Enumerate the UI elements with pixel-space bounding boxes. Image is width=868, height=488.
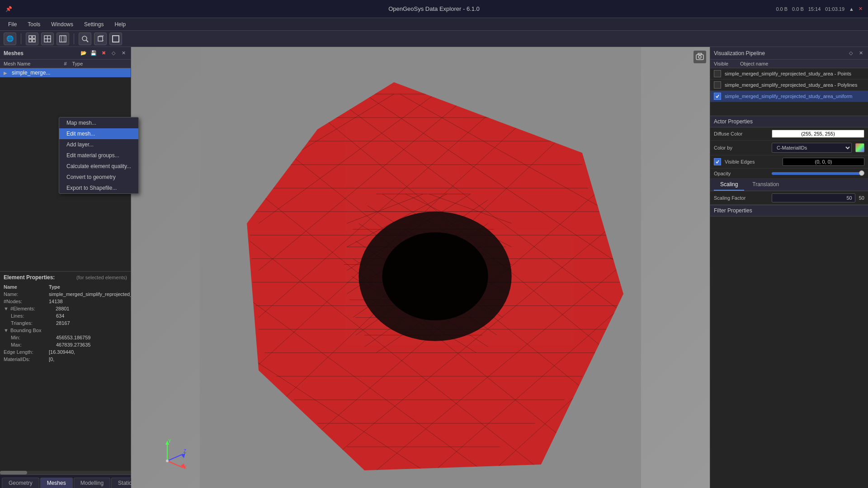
vp-header-icons: ◇ ✕ <box>847 50 864 57</box>
col-hash: # <box>59 61 72 66</box>
vp-row-2: simple_merged_simplify_reprojected_study… <box>710 91 868 102</box>
element-properties-panel: Element Properties: (for selected elemen… <box>0 271 131 471</box>
opacity-label: Opacity <box>714 171 768 176</box>
vp-checkbox-0[interactable] <box>714 70 721 77</box>
ctx-edit-mesh[interactable]: Edit mesh... <box>59 128 138 139</box>
open-icon[interactable]: 📂 <box>80 50 87 57</box>
element-props-subtitle: (for selected elements) <box>76 275 127 280</box>
prop-min: Min: 456553.186759 <box>4 334 127 341</box>
col-type: Type <box>72 61 127 66</box>
vp-row-0: simple_merged_simplify_reprojected_study… <box>710 68 868 80</box>
diffuse-color-row: Diffuse Color (255, 255, 255) <box>710 127 868 141</box>
prop-triangles-value: 28167 <box>56 320 70 326</box>
maximize-icon[interactable]: ▲ <box>849 6 854 12</box>
bottom-tabs: Geometry Meshes Modelling Stations <box>0 474 131 488</box>
menu-file[interactable]: File <box>4 20 21 28</box>
scroll-thumb[interactable] <box>0 471 27 474</box>
frame-btn[interactable] <box>109 33 122 45</box>
prop-material-ids: MaterialIDs: [0, <box>4 356 127 363</box>
box-btn[interactable] <box>94 33 107 45</box>
svg-rect-0 <box>29 36 32 38</box>
svg-point-10 <box>82 36 87 41</box>
props-col-name: Name <box>4 284 49 290</box>
close-panel-icon[interactable]: ✕ <box>120 50 127 57</box>
vis-pipeline-title: Visualization Pipeline <box>714 50 765 56</box>
grid-btn-1[interactable] <box>26 33 38 45</box>
viewport[interactable]: Y X Z <box>131 47 710 488</box>
ctx-map-mesh[interactable]: Map mesh... <box>59 117 138 128</box>
ctx-export-shapefile[interactable]: Export to Shapefile... <box>59 183 138 193</box>
visible-edges-color[interactable]: (0, 0, 0) <box>783 158 864 166</box>
visible-edges-checkbox[interactable] <box>714 158 721 165</box>
prop-elements-group[interactable]: ▼ #Elements: 28801 <box>4 305 127 312</box>
grid-btn-3[interactable] <box>57 33 69 45</box>
close-icon[interactable]: ✕ <box>859 6 863 12</box>
tab-scaling[interactable]: Scaling <box>714 179 744 191</box>
vp-close-icon[interactable]: ✕ <box>857 50 864 57</box>
tab-modelling[interactable]: Modelling <box>74 478 110 488</box>
zoom-btn[interactable] <box>79 33 91 45</box>
tab-meshes[interactable]: Meshes <box>40 478 73 488</box>
save-icon[interactable]: 💾 <box>90 50 97 57</box>
toolbar: 🌐 <box>0 31 868 47</box>
mesh-row[interactable]: ▶ simple_merge... <box>0 68 131 77</box>
vp-float-icon[interactable]: ◇ <box>847 50 854 57</box>
pin-icon[interactable]: 📌 <box>5 6 12 12</box>
menu-help[interactable]: Help <box>110 20 130 28</box>
delete-icon[interactable]: ✖ <box>100 50 107 57</box>
panel-header-icons: 📂 💾 ✖ ◇ ✕ <box>80 50 127 57</box>
prop-edge-label: Edge Length: <box>4 349 49 355</box>
filter-properties-header: Filter Properties <box>710 205 868 216</box>
svg-rect-7 <box>60 36 66 42</box>
tab-geometry[interactable]: Geometry <box>2 478 39 488</box>
meshes-title: Meshes <box>4 50 24 56</box>
prop-edge-length: Edge Length: [16.309440, <box>4 348 127 356</box>
globe-btn[interactable]: 🌐 <box>4 33 16 45</box>
prop-lines-label: Lines: <box>11 313 56 319</box>
elements-arrow: ▼ <box>4 306 9 311</box>
menu-tools[interactable]: Tools <box>23 20 45 28</box>
prop-lines-value: 634 <box>56 313 64 319</box>
mesh-visualization <box>131 47 710 488</box>
left-scrollbar[interactable] <box>0 471 131 474</box>
prop-nodes: #Nodes: 14138 <box>4 298 127 305</box>
clock: 15:14 <box>808 6 821 12</box>
vp-checkbox-2[interactable] <box>714 93 721 100</box>
opacity-thumb[interactable] <box>859 170 864 176</box>
menu-windows[interactable]: Windows <box>47 20 78 28</box>
svg-marker-98 <box>698 53 702 55</box>
vp-checkbox-1[interactable] <box>714 81 721 89</box>
visible-edges-row: Visible Edges (0, 0, 0) <box>710 155 868 169</box>
tab-translation[interactable]: Translation <box>746 179 785 191</box>
viewport-camera-icon[interactable] <box>693 51 706 63</box>
color-picker-btn[interactable] <box>855 143 864 152</box>
color-by-label: Color by <box>714 145 768 150</box>
prop-bbox-label: Bounding Box <box>10 328 56 333</box>
ctx-edit-material-groups[interactable]: Edit material groups... <box>59 150 138 161</box>
ctx-convert-to-geometry[interactable]: Convert to geometry <box>59 172 138 183</box>
vis-pipeline-cols: Visible Object name <box>710 60 868 68</box>
ctx-calculate-element-quality[interactable]: Calculate element quality... <box>59 161 138 172</box>
scaling-factor-input[interactable] <box>772 193 855 202</box>
prop-triangles-label: Triangles: <box>11 320 56 326</box>
ctx-add-layer[interactable]: Add layer... <box>59 139 138 150</box>
opacity-slider[interactable] <box>772 172 864 175</box>
grid-btn-2[interactable] <box>41 33 54 45</box>
prop-bbox-group[interactable]: ▼ Bounding Box <box>4 327 127 334</box>
vis-pipeline-header: Visualization Pipeline ◇ ✕ <box>710 47 868 60</box>
toolbar-sep2 <box>74 33 74 44</box>
prop-triangles: Triangles: 28167 <box>4 319 127 327</box>
diffuse-color-value[interactable]: (255, 255, 255) <box>772 130 864 138</box>
right-panel: Visualization Pipeline ◇ ✕ Visible Objec… <box>710 47 868 488</box>
float-icon[interactable]: ◇ <box>110 50 117 57</box>
prop-nodes-label: #Nodes: <box>4 299 49 304</box>
color-by-select[interactable]: C-MaterialIDs <box>772 143 852 153</box>
svg-text:Y: Y <box>168 439 171 444</box>
prop-max-value: 467839.273635 <box>56 342 90 347</box>
prop-name: Name: simple_merged_simplify_reprojected… <box>4 291 127 298</box>
opacity-row: Opacity <box>710 169 868 179</box>
menu-settings[interactable]: Settings <box>80 20 108 28</box>
svg-rect-12 <box>98 37 103 41</box>
prop-nodes-value: 14138 <box>49 299 63 304</box>
mesh-table-header: Mesh Name # Type <box>0 60 131 68</box>
